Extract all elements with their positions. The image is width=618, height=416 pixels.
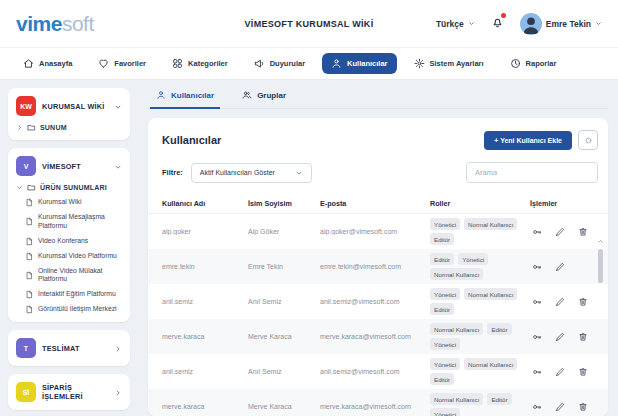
clock-icon — [510, 58, 521, 69]
role-badge: Yönetici — [430, 288, 460, 300]
notification-dot — [501, 13, 506, 18]
scroll-up-icon[interactable] — [597, 238, 604, 245]
sidebar-folder-sunum[interactable]: SUNUM — [16, 123, 122, 132]
folder-icon — [27, 123, 36, 132]
edit-icon[interactable] — [555, 402, 565, 412]
tab-gruplar[interactable]: Gruplar — [236, 86, 292, 109]
nav-item-label: Kategoriler — [188, 59, 228, 68]
chevron-down-icon — [114, 163, 122, 171]
main-content: Kullanıcılar Gruplar Kullanıcılar + Yeni… — [138, 80, 618, 416]
workspace-title: SİPARİŞ İŞLEMLERİ — [42, 383, 108, 401]
document-icon — [25, 290, 34, 299]
nav-item-favoriler[interactable]: Favoriler — [89, 53, 155, 74]
edit-icon[interactable] — [555, 367, 565, 377]
role-badge: Normal Kullanıcı — [430, 323, 483, 335]
nav-item-anasayfa[interactable]: Anasayfa — [14, 53, 81, 74]
chevron-down-icon — [468, 20, 475, 27]
nav-item-duyurular[interactable]: Duyurular — [245, 53, 314, 74]
cell-email: merve.karaca@vimesoft.com — [320, 333, 430, 340]
filter-select[interactable]: Aktif Kullanıcıları Göster — [191, 163, 312, 183]
edit-icon[interactable] — [555, 262, 565, 272]
reset-password-icon[interactable] — [532, 227, 542, 237]
edit-icon[interactable] — [555, 332, 565, 342]
user-icon — [156, 90, 166, 100]
edit-icon[interactable] — [555, 227, 565, 237]
cell-roles: Normal KullanıcıEditörYönetici — [430, 323, 530, 350]
reset-password-icon[interactable] — [532, 332, 542, 342]
sidebar-card-header-si-pari-s-i-slemleri[interactable]: Sİ SİPARİŞ İŞLEMLERİ — [16, 382, 122, 402]
users-panel: Kullanıcılar + Yeni Kullanıcı Ekle Filtr… — [148, 118, 608, 416]
column-header-i-slemler: İşlemler — [530, 199, 608, 208]
delete-icon[interactable] — [578, 297, 588, 307]
chevron-down-icon — [16, 184, 23, 191]
sidebar-doc-video-konferans[interactable]: Video Konferans — [16, 237, 122, 246]
notifications-button[interactable] — [491, 15, 504, 33]
document-icon — [25, 305, 34, 314]
scrollbar-thumb[interactable] — [598, 249, 603, 283]
language-selector[interactable]: Türkçe — [436, 19, 475, 29]
nav-item-sistem-ayarlari[interactable]: Sistem Ayarları — [405, 53, 493, 74]
reset-password-icon[interactable] — [532, 367, 542, 377]
filter-label: Filtre: — [162, 168, 183, 177]
folder-icon — [27, 183, 36, 192]
sidebar-doc-kurumsal-video-platformu[interactable]: Kurumsal Video Platformu — [16, 252, 122, 261]
reset-password-icon[interactable] — [532, 402, 542, 412]
sidebar-doc-goruntulu-i-letisim-merkezi[interactable]: Görüntülü İletişim Merkezi — [16, 305, 122, 314]
role-badge: Editör — [430, 373, 454, 385]
reset-password-icon[interactable] — [532, 262, 542, 272]
sidebar-doc-online-video-mulakat-platformu[interactable]: Online Video Mülakat Platformu — [16, 267, 122, 285]
folder-label: ÜRÜN SUNUMLARI — [40, 184, 107, 191]
nav-item-raporlar[interactable]: Raporlar — [501, 53, 566, 74]
add-user-button[interactable]: + Yeni Kullanıcı Ekle — [484, 131, 572, 150]
cell-roles: YöneticiNormal KullanıcıEditör — [430, 218, 530, 245]
doc-label: Kurumsal Mesajlaşma Platformu — [38, 213, 122, 231]
delete-icon[interactable] — [578, 332, 588, 342]
sidebar-card-si-pari-s-i-slemleri: Sİ SİPARİŞ İŞLEMLERİ — [8, 374, 130, 410]
nav-item-kullanicilar[interactable]: Kullanıcılar — [322, 53, 396, 74]
user-menu[interactable]: Emre Tekin — [520, 13, 602, 35]
role-badge: Editör — [430, 253, 454, 265]
cell-fullname: Merve Karaca — [248, 403, 320, 410]
column-options-button[interactable] — [578, 130, 598, 150]
cell-username: anil.semiz — [162, 298, 248, 305]
chevron-down-icon — [114, 103, 122, 111]
sidebar-card-vi-mesoft: V VİMESOFT ÜRÜN SUNUMLARI Kurumsal Wiki … — [8, 148, 130, 322]
role-badge: Editör — [487, 393, 511, 405]
delete-icon[interactable] — [578, 227, 588, 237]
sidebar-card-header-tesli-mat[interactable]: T TESLİMAT — [16, 338, 122, 358]
reset-password-icon[interactable] — [532, 297, 542, 307]
users-icon — [242, 90, 252, 100]
nav-item-kategoriler[interactable]: Kategoriler — [163, 53, 237, 74]
cell-fullname: Alp Göker — [248, 228, 320, 235]
sidebar-doc-kurumsal-mesajlasma-platformu[interactable]: Kurumsal Mesajlaşma Platformu — [16, 213, 122, 231]
doc-label: Kurumsal Wiki — [38, 198, 81, 207]
search-input[interactable] — [466, 162, 598, 183]
sidebar-card-header-kurumsal-wi-ki[interactable]: KW KURUMSAL WİKİ — [16, 96, 122, 116]
cell-actions — [530, 227, 608, 237]
delete-icon[interactable] — [578, 402, 588, 412]
column-header-roller: Roller — [430, 199, 530, 208]
logo-bold: vime — [16, 12, 62, 35]
cell-username: anil.semiz — [162, 368, 248, 375]
role-badge: Editör — [430, 233, 454, 245]
delete-icon[interactable] — [578, 367, 588, 377]
cell-email: anil.semiz@vimesoft.com — [320, 368, 430, 375]
doc-label: Video Konferans — [38, 237, 88, 246]
sidebar-card-header-vi-mesoft[interactable]: V VİMESOFT — [16, 156, 122, 176]
sidebar-doc-i-nteraktif-egitim-platformu[interactable]: İnteraktif Eğitim Platformu — [16, 290, 122, 299]
table-row: alp.goker Alp Göker alp.goker@vimesoft.c… — [148, 214, 608, 249]
cell-username: alp.goker — [162, 228, 248, 235]
tab-kullanicilar[interactable]: Kullanıcılar — [150, 86, 220, 109]
user-icon — [331, 58, 342, 69]
table-scrollbar[interactable] — [596, 238, 605, 412]
cell-fullname: Anıl Semiz — [248, 298, 320, 305]
column-header-kullanici-adi: Kullanıcı Adı — [162, 199, 248, 208]
cell-fullname: Anıl Semiz — [248, 368, 320, 375]
logo-light: soft — [62, 12, 94, 35]
header-right: Türkçe Emre Tekin — [436, 13, 602, 35]
edit-icon[interactable] — [555, 297, 565, 307]
panel-header: Kullanıcılar + Yeni Kullanıcı Ekle — [148, 130, 608, 160]
sidebar-doc-kurumsal-wiki[interactable]: Kurumsal Wiki — [16, 198, 122, 207]
language-label: Türkçe — [436, 19, 464, 29]
sidebar-folder-urun-sunumlari[interactable]: ÜRÜN SUNUMLARI — [16, 183, 122, 192]
